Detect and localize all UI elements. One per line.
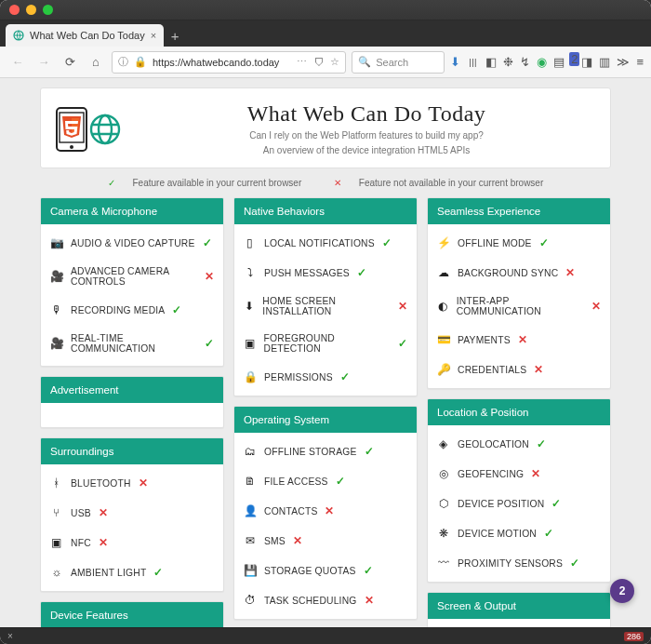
info-icon[interactable]: ⓘ — [118, 55, 128, 69]
feature-icon: ⑂ — [50, 506, 63, 519]
back-button[interactable]: ← — [7, 52, 28, 73]
feature-icon: 〰 — [437, 557, 450, 570]
feature-item[interactable]: ⬡DEVICE POSITION✓ — [428, 489, 610, 518]
browser-toolbar: ← → ⟳ ⌂ ⓘ 🔒 https://whatwebcando.today ⋯… — [0, 47, 651, 78]
extension-icon[interactable]: ◉ — [537, 55, 547, 69]
card-header: Advertisement — [41, 377, 223, 403]
x-icon: ✕ — [293, 534, 302, 547]
lock-icon: 🔒 — [134, 56, 147, 68]
x-icon: ✕ — [531, 467, 540, 480]
library-icon[interactable]: ⫼ — [467, 55, 479, 69]
feature-label: LOCAL NOTIFICATIONS — [264, 238, 375, 248]
feature-icon: ⬇ — [244, 300, 255, 313]
sidebar-icon[interactable]: ◨ — [581, 55, 592, 69]
minimize-window-button[interactable] — [26, 5, 36, 15]
feature-item[interactable]: 👤CONTACTS✕ — [234, 496, 417, 526]
feature-item[interactable]: ⏱TASK SCHEDULING✕ — [234, 585, 417, 615]
feature-label: GEOLOCATION — [458, 439, 529, 449]
new-tab-button[interactable]: + — [164, 24, 186, 47]
address-bar[interactable]: ⓘ 🔒 https://whatwebcando.today ⋯ ⛉ ☆ — [112, 51, 346, 74]
feature-item[interactable]: ◈GEOLOCATION✓ — [428, 429, 610, 459]
card: Seamless Experience⚡OFFLINE MODE✓☁BACKGR… — [427, 197, 611, 389]
feature-label: PERMISSIONS — [264, 372, 333, 382]
feature-item[interactable]: 📷AUDIO & VIDEO CAPTURE✓ — [41, 228, 223, 258]
feature-item[interactable]: ⑂USB✕ — [41, 498, 223, 528]
feature-item[interactable]: ⚡OFFLINE MODE✓ — [428, 228, 610, 258]
search-icon: 🔍 — [358, 56, 371, 68]
extension-icon[interactable]: ◧ — [485, 55, 497, 69]
close-window-button[interactable] — [9, 5, 20, 15]
card-body: 🗂OFFLINE STORAGE✓🗎FILE ACCESS✓👤CONTACTS✕… — [234, 433, 417, 619]
active-tab[interactable]: What Web Can Do Today × — [6, 24, 164, 47]
close-tab-button[interactable]: × — [151, 30, 156, 41]
forward-button[interactable]: → — [33, 52, 54, 73]
feature-item[interactable]: ▣VIRTUAL & AUGMENTED REALITY✕ — [428, 623, 610, 627]
feature-item[interactable]: ☼AMBIENT LIGHT✓ — [41, 557, 223, 587]
card-body: ▯LOCAL NOTIFICATIONS✓⤵PUSH MESSAGES✓⬇HOM… — [234, 224, 417, 396]
page-viewport[interactable]: What Web Can Do Today Can I rely on the … — [0, 78, 651, 627]
feature-item[interactable]: ❋DEVICE MOTION✓ — [428, 518, 610, 548]
menu-icon[interactable]: ≡ — [636, 55, 644, 69]
feature-label: TASK SCHEDULING — [264, 596, 357, 606]
feature-item[interactable]: 🔑CREDENTIALS✕ — [428, 355, 610, 384]
feature-item[interactable]: ▣NFC✕ — [41, 528, 223, 557]
card-header: Native Behaviors — [234, 198, 417, 224]
feature-icon: ⏱ — [244, 594, 257, 607]
feature-item[interactable]: 🗎FILE ACCESS✓ — [234, 466, 417, 496]
feature-item[interactable]: 💾STORAGE QUOTAS✓ — [234, 556, 417, 585]
feature-item[interactable]: ▯LOCAL NOTIFICATIONS✓ — [234, 228, 417, 258]
feature-label: STORAGE QUOTAS — [264, 566, 356, 576]
feature-label: PAYMENTS — [458, 335, 511, 345]
feature-item[interactable]: ◎GEOFENCING✕ — [428, 459, 610, 489]
status-count[interactable]: 286 — [624, 632, 644, 641]
feature-item[interactable]: ⤵PUSH MESSAGES✓ — [234, 258, 417, 288]
feature-icon: 🔒 — [244, 370, 257, 383]
overflow-icon[interactable]: ≫ — [617, 55, 630, 69]
search-box[interactable]: 🔍 Search — [352, 51, 445, 74]
reload-button[interactable]: ⟳ — [60, 52, 80, 73]
x-icon: ✕ — [398, 300, 407, 313]
feature-item[interactable]: 〰PROXIMITY SENSORS✓ — [428, 548, 610, 578]
extension-icon[interactable]: ▤2 — [553, 55, 575, 69]
x-icon: ✕ — [591, 300, 601, 313]
feature-label: DEVICE POSITION — [458, 499, 544, 509]
extension-icon[interactable]: ❉ — [503, 55, 513, 69]
bookmark-star-icon[interactable]: ☆ — [330, 56, 339, 68]
feature-label: OFFLINE MODE — [458, 238, 532, 248]
extension-icon[interactable]: ↯ — [520, 55, 530, 69]
check-icon: ✓ — [108, 178, 115, 188]
legend: ✓ Feature available in your current brow… — [40, 178, 611, 188]
download-icon[interactable]: ⬇ — [450, 55, 460, 69]
containers-icon[interactable]: ▥ — [599, 55, 610, 69]
feature-label: PUSH MESSAGES — [264, 268, 350, 278]
feature-item[interactable]: 💳PAYMENTS✕ — [428, 325, 610, 355]
feature-item[interactable]: 🎙RECORDING MEDIA✓ — [41, 295, 223, 325]
feature-item[interactable]: ᚼBLUETOOTH✕ — [41, 468, 223, 498]
feature-item[interactable]: ◐INTER-APP COMMUNICATION✕ — [428, 288, 610, 325]
feature-label: RECORDING MEDIA — [71, 305, 165, 315]
feature-item[interactable]: ▣FOREGROUND DETECTION✓ — [234, 325, 417, 362]
feature-item[interactable]: 🔒PERMISSIONS✓ — [234, 362, 417, 392]
page-container: What Web Can Do Today Can I rely on the … — [40, 87, 611, 627]
window-controls — [9, 5, 53, 15]
feature-item[interactable]: ☁BACKGROUND SYNC✕ — [428, 258, 610, 288]
shield-icon[interactable]: ⛉ — [314, 57, 325, 68]
card-header: Operating System — [234, 407, 417, 433]
feature-icon: ⤵ — [244, 266, 257, 279]
card: Device Features◎NETWORK TYPE & SPEED✕◢ON… — [40, 601, 224, 627]
x-icon: ✕ — [365, 594, 374, 607]
x-icon: ✕ — [205, 270, 214, 283]
floating-badge[interactable]: 2 — [610, 579, 634, 603]
feature-item[interactable]: ⬇HOME SCREEN INSTALLATION✕ — [234, 288, 417, 325]
feature-item[interactable]: 🎥ADVANCED CAMERA CONTROLS✕ — [41, 258, 223, 295]
feature-item[interactable]: ✉SMS✕ — [234, 526, 417, 556]
status-close[interactable]: × — [7, 631, 13, 641]
feature-label: AUDIO & VIDEO CAPTURE — [71, 238, 195, 248]
maximize-window-button[interactable] — [43, 5, 53, 15]
card: Native Behaviors▯LOCAL NOTIFICATIONS✓⤵PU… — [233, 197, 418, 396]
feature-label: PROXIMITY SENSORS — [458, 558, 563, 569]
home-button[interactable]: ⌂ — [86, 52, 106, 73]
feature-item[interactable]: 🗂OFFLINE STORAGE✓ — [234, 436, 417, 466]
feature-item[interactable]: 🎥REAL-TIME COMMUNICATION✓ — [41, 325, 223, 362]
page-actions-icon[interactable]: ⋯ — [297, 56, 309, 68]
